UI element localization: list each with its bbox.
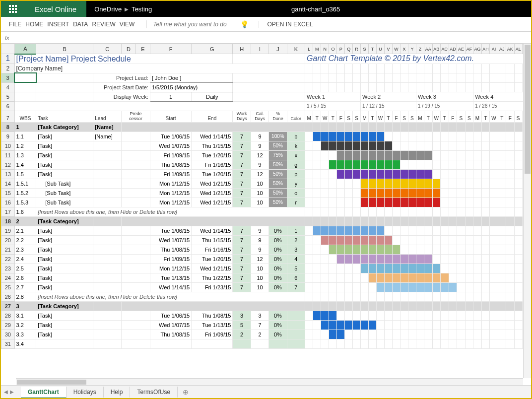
gantt-cell[interactable] bbox=[361, 254, 369, 264]
ribbon-tab-home[interactable]: HOME bbox=[23, 19, 45, 30]
gantt-cell[interactable] bbox=[361, 160, 369, 169]
gantt-cell[interactable] bbox=[313, 188, 321, 198]
gantt-cell[interactable] bbox=[449, 188, 457, 198]
gantt-cell[interactable] bbox=[305, 160, 313, 169]
gantt-cell[interactable] bbox=[449, 254, 457, 264]
col-header[interactable]: AL bbox=[514, 44, 522, 54]
note-cell[interactable]: [Insert Rows above this one, then Hide o… bbox=[36, 292, 305, 301]
gantt-cell[interactable] bbox=[353, 132, 361, 141]
day-header[interactable]: S bbox=[457, 111, 466, 122]
gantt-cell[interactable] bbox=[400, 311, 408, 320]
gantt-cell[interactable] bbox=[506, 254, 514, 264]
color-cell[interactable]: o bbox=[287, 188, 305, 198]
gantt-cell[interactable] bbox=[345, 198, 353, 207]
gantt-cell[interactable] bbox=[465, 141, 473, 150]
task-cell[interactable]: [Task] bbox=[36, 150, 93, 160]
lead-cell[interactable] bbox=[93, 188, 122, 198]
lead-cell[interactable] bbox=[93, 339, 122, 348]
start-cell[interactable]: Mon 1/12/15 bbox=[150, 179, 191, 188]
gantt-cell[interactable] bbox=[321, 198, 329, 207]
end-cell[interactable]: Thu 1/22/15 bbox=[192, 273, 233, 282]
pct-cell[interactable]: 50% bbox=[269, 179, 287, 188]
gantt-cell[interactable] bbox=[432, 254, 441, 264]
gantt-cell[interactable] bbox=[408, 226, 416, 235]
gantt-cell[interactable] bbox=[305, 273, 313, 282]
gantt-cell[interactable] bbox=[424, 132, 432, 141]
gantt-cell[interactable] bbox=[361, 282, 369, 292]
gantt-cell[interactable] bbox=[369, 235, 377, 245]
cal-cell[interactable]: 10 bbox=[251, 273, 268, 282]
work-cell[interactable]: 7 bbox=[233, 141, 251, 150]
gantt-cell[interactable] bbox=[481, 179, 490, 188]
gantt-cell[interactable] bbox=[490, 264, 498, 273]
gantt-cell[interactable] bbox=[376, 273, 384, 282]
gantt-cell[interactable] bbox=[432, 264, 441, 273]
gantt-cell[interactable] bbox=[498, 339, 506, 348]
gantt-cell[interactable] bbox=[481, 160, 490, 169]
gantt-cell[interactable] bbox=[498, 226, 506, 235]
gantt-cell[interactable] bbox=[408, 330, 416, 339]
pct-cell[interactable]: 0% bbox=[269, 311, 287, 320]
gantt-cell[interactable] bbox=[321, 160, 329, 169]
gantt-cell[interactable] bbox=[305, 188, 313, 198]
gantt-cell[interactable] bbox=[337, 245, 345, 254]
day-header[interactable]: S bbox=[345, 111, 353, 122]
gantt-cell[interactable] bbox=[506, 320, 514, 330]
day-header[interactable]: T bbox=[369, 111, 377, 122]
gantt-cell[interactable] bbox=[514, 226, 522, 235]
gantt-cell[interactable] bbox=[305, 235, 313, 245]
task-cell[interactable]: [Task] bbox=[36, 320, 93, 330]
gantt-cell[interactable] bbox=[432, 179, 441, 188]
end-cell[interactable]: Tue 1/13/15 bbox=[192, 320, 233, 330]
gantt-cell[interactable] bbox=[361, 339, 369, 348]
pred-cell[interactable] bbox=[122, 330, 150, 339]
gantt-cell[interactable] bbox=[465, 169, 473, 179]
work-cell[interactable]: 7 bbox=[233, 150, 251, 160]
row-header[interactable]: 29 bbox=[1, 320, 15, 330]
gantt-cell[interactable] bbox=[441, 188, 449, 198]
gantt-cell[interactable] bbox=[432, 150, 441, 160]
pct-cell[interactable]: 50% bbox=[269, 141, 287, 150]
scroll-thumb[interactable] bbox=[525, 45, 531, 174]
sheet-tab-ganttchart[interactable]: GanttChart bbox=[21, 387, 66, 399]
gantt-cell[interactable] bbox=[321, 245, 329, 254]
gantt-cell[interactable] bbox=[441, 132, 449, 141]
lead-cell[interactable] bbox=[93, 282, 122, 292]
gantt-cell[interactable] bbox=[457, 235, 466, 245]
gantt-cell[interactable] bbox=[329, 320, 337, 330]
gantt-cell[interactable] bbox=[457, 150, 466, 160]
hdr-work[interactable]: WorkDays bbox=[233, 111, 251, 122]
color-cell[interactable] bbox=[287, 320, 305, 330]
gantt-cell[interactable] bbox=[337, 179, 345, 188]
gantt-cell[interactable] bbox=[329, 226, 337, 235]
week-date[interactable]: 1 / 12 / 15 bbox=[361, 101, 416, 111]
wbs-cell[interactable]: 1.5.2 bbox=[14, 188, 36, 198]
gantt-cell[interactable] bbox=[305, 339, 313, 348]
wbs-cell[interactable]: 2.2 bbox=[14, 235, 36, 245]
gantt-cell[interactable] bbox=[481, 245, 490, 254]
pred-cell[interactable] bbox=[122, 254, 150, 264]
row-header[interactable]: 26 bbox=[1, 292, 15, 301]
gantt-cell[interactable] bbox=[432, 198, 441, 207]
gantt-cell[interactable] bbox=[432, 226, 441, 235]
gantt-cell[interactable] bbox=[490, 132, 498, 141]
gantt-cell[interactable] bbox=[400, 245, 408, 254]
gantt-cell[interactable] bbox=[441, 311, 449, 320]
hdr-start[interactable]: Start bbox=[150, 111, 191, 122]
lead-cell[interactable] bbox=[93, 264, 122, 273]
gantt-cell[interactable] bbox=[424, 179, 432, 188]
gantt-cell[interactable] bbox=[514, 235, 522, 245]
gantt-cell[interactable] bbox=[416, 169, 424, 179]
gantt-cell[interactable] bbox=[361, 141, 369, 150]
row-header[interactable]: 9 bbox=[1, 132, 15, 141]
work-cell[interactable]: 7 bbox=[233, 169, 251, 179]
gantt-cell[interactable] bbox=[416, 282, 424, 292]
gantt-cell[interactable] bbox=[313, 179, 321, 188]
gantt-cell[interactable] bbox=[408, 339, 416, 348]
gantt-cell[interactable] bbox=[408, 254, 416, 264]
gantt-cell[interactable] bbox=[506, 132, 514, 141]
sheet-tab-holidays[interactable]: Holidays bbox=[66, 387, 104, 398]
row-header[interactable]: 8 bbox=[1, 122, 15, 132]
gantt-cell[interactable] bbox=[353, 311, 361, 320]
end-cell[interactable]: Wed 1/14/15 bbox=[192, 132, 233, 141]
